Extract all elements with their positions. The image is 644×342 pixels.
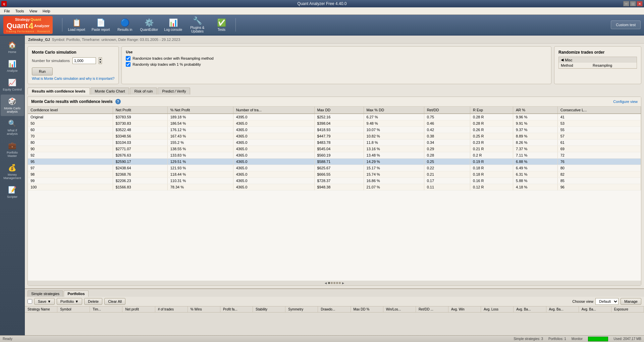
- log-console-icon: 📊: [169, 18, 178, 27]
- table-row[interactable]: 70$3348.56167.43 %4365.0$447.7910.82 %0.…: [28, 133, 641, 139]
- sidebar-item-analyze[interactable]: 📊 Analyze: [1, 57, 24, 75]
- breadcrumb-details: Symbol: Portfolio, Timeframe: unknown, D…: [52, 38, 180, 42]
- load-report-button[interactable]: 📋 Load report: [65, 16, 88, 34]
- table-cell: 110.31 %: [167, 178, 233, 184]
- info-link[interactable]: What is Monte Carlo simulation and why i…: [32, 77, 114, 80]
- window-controls[interactable]: ─ □ ✕: [623, 1, 643, 6]
- menu-file[interactable]: File: [1, 8, 13, 14]
- tab-predict-verify[interactable]: Predict / Verify: [158, 88, 190, 95]
- table-cell: 4365.0: [233, 152, 314, 159]
- menu-view[interactable]: View: [26, 8, 40, 14]
- bottom-tab-portfolios[interactable]: Portfolios: [64, 290, 88, 297]
- paste-report-button[interactable]: 📄 Paste report: [89, 16, 112, 34]
- app-logo: Q: [1, 1, 7, 6]
- plugins-updates-button[interactable]: 🔧 Plugins & Updates: [186, 16, 209, 34]
- col-max-pct-dd: Max % DD: [364, 107, 424, 114]
- maximize-button[interactable]: □: [630, 1, 636, 6]
- select-all-checkbox[interactable]: [28, 299, 32, 304]
- table-cell: 10.82 %: [364, 133, 424, 139]
- skip-trades-checkbox[interactable]: [126, 62, 130, 67]
- table-cell: 0.29: [424, 146, 470, 152]
- results-in-button[interactable]: 🔵 Results in: [113, 16, 136, 34]
- sidebar-item-what-if[interactable]: 🔍 What If analysis: [1, 117, 24, 138]
- tab-monte-carlo-chart[interactable]: Monte Carlo Chart: [91, 88, 129, 95]
- sidebar-item-portfolio[interactable]: 💼 Portfolio Master: [1, 139, 24, 160]
- table-cell: 0.18 R: [470, 171, 513, 178]
- table-row[interactable]: 50$3730.83186.54 %4365.0$398.049.48 %0.4…: [28, 120, 641, 127]
- table-cell: 14.29 %: [364, 159, 424, 165]
- table-cell: 4365.0: [233, 127, 314, 133]
- bottom-tab-simple-strategies[interactable]: Simple strategies: [28, 290, 63, 297]
- table-cell: 6.27 %: [364, 114, 424, 120]
- table-cell: $545.04: [314, 146, 364, 152]
- manage-button[interactable]: Manage: [621, 298, 641, 305]
- table-row[interactable]: 95$2590.17129.51 %4365.0$588.7114.29 %0.…: [28, 159, 641, 165]
- table-row[interactable]: 99$2206.23110.31 %4365.0$728.3716.86 %0.…: [28, 178, 641, 184]
- table-scroll[interactable]: Confidence level Net Profit % Net Profit…: [28, 107, 641, 281]
- menu-help[interactable]: Help: [40, 8, 53, 14]
- sim-num-spinner[interactable]: ▲▼: [99, 57, 102, 64]
- table-row[interactable]: 60$3522.48176.12 %4365.0$418.9310.07 %0.…: [28, 127, 641, 133]
- content-area: Zelinsky_GJ Symbol: Portfolio, Timeframe…: [25, 36, 644, 335]
- table-cell: 16.86 %: [364, 178, 424, 184]
- table-cell: 4365.0: [233, 139, 314, 146]
- strategy-name: Zelinsky_GJ: [28, 38, 50, 42]
- clear-all-button[interactable]: Clear All: [104, 298, 125, 305]
- sim-num-input[interactable]: [72, 57, 96, 64]
- custom-test-button[interactable]: Custom test: [611, 20, 641, 29]
- help-icon[interactable]: ?: [115, 99, 121, 104]
- table-cell: 80: [557, 165, 641, 171]
- table-row[interactable]: 97$2438.64121.93 %4365.0$625.6715.17 %0.…: [28, 165, 641, 171]
- scroll-dot-4: [336, 282, 338, 284]
- col-consec-l: Consecutive L...: [557, 107, 641, 114]
- tests-button[interactable]: ✅ Tests: [210, 16, 233, 34]
- tab-results-confidence[interactable]: Results with confidence levels: [28, 88, 90, 95]
- table-cell: 10.07 %: [364, 127, 424, 133]
- table-row[interactable]: 90$2771.07138.55 %4365.0$545.0413.16 %0.…: [28, 146, 641, 152]
- sidebar-item-equity-control[interactable]: 📈 Equity Control: [1, 76, 24, 94]
- bottom-toolbar: Save ▼ Portfolio ▼ Delete Clear All Choo…: [25, 297, 644, 306]
- view-select[interactable]: Default: [595, 298, 619, 305]
- sidebar-item-money[interactable]: 💰 Money Management: [1, 161, 24, 182]
- table-row[interactable]: 92$2676.63133.83 %4365.0$560.1913.48 %0.…: [28, 152, 641, 159]
- portfolio-button[interactable]: Portfolio ▼: [57, 298, 82, 305]
- table-cell: 121.93 %: [167, 165, 233, 171]
- main-content: Monte Carlo simulation Number for simula…: [25, 44, 644, 288]
- horizontal-scrollbar[interactable]: ◀ ▶: [28, 281, 641, 285]
- sidebar-item-scripter[interactable]: 📝 Scripter: [1, 183, 24, 201]
- configure-view-link[interactable]: Configure view: [613, 100, 638, 104]
- table-row[interactable]: Original$3783.59189.18 %4395.0$252.166.2…: [28, 114, 641, 120]
- table-cell: 0.34: [424, 139, 470, 146]
- save-button[interactable]: Save ▼: [34, 298, 55, 305]
- misc-table: Method Resampling: [559, 63, 637, 68]
- table-cell: 80: [28, 139, 113, 146]
- minimize-button[interactable]: ─: [623, 1, 629, 6]
- table-cell: $3522.48: [113, 127, 167, 133]
- menu-tools[interactable]: Tools: [13, 8, 27, 14]
- table-cell: 7.37 %: [513, 146, 558, 152]
- randomize-order-checkbox[interactable]: [126, 56, 130, 61]
- results-section: Monte Carlo results with confidence leve…: [28, 97, 641, 286]
- log-console-button[interactable]: 📊 Log console: [162, 16, 184, 34]
- quant-editor-button[interactable]: ⚙️ QuantEditor: [138, 16, 160, 34]
- sidebar-item-monte-carlo[interactable]: 🎲 Monte Carlo analysis: [1, 95, 24, 116]
- delete-button[interactable]: Delete: [84, 298, 102, 305]
- run-button[interactable]: Run: [32, 67, 53, 75]
- scroll-left-arrow[interactable]: ◀: [325, 282, 327, 285]
- collapse-icon[interactable]: ◀: [561, 58, 564, 62]
- home-icon: 🏠: [8, 41, 16, 49]
- table-row[interactable]: 100$1566.8378.34 %4365.0$948.3821.07 %0.…: [28, 184, 641, 190]
- close-button[interactable]: ✕: [637, 1, 643, 6]
- table-row[interactable]: 98$2368.76118.44 %4365.0$666.5515.74 %0.…: [28, 171, 641, 178]
- table-cell: 69: [557, 146, 641, 152]
- sidebar-item-home[interactable]: 🏠 Home: [1, 38, 24, 56]
- table-cell: 7.11 %: [513, 152, 558, 159]
- bottom-col-strategy: Strategy Name: [25, 306, 57, 312]
- equity-control-icon: 📈: [8, 78, 16, 87]
- table-cell: 167.43 %: [167, 133, 233, 139]
- tab-risk-of-ruin[interactable]: Risk of ruin: [130, 88, 157, 95]
- col-ar-pct: AR %: [513, 107, 558, 114]
- table-cell: 176.12 %: [167, 127, 233, 133]
- table-row[interactable]: 80$3104.03155.2 %4365.0$483.7811.8 %0.34…: [28, 139, 641, 146]
- scroll-right-arrow[interactable]: ▶: [342, 282, 344, 285]
